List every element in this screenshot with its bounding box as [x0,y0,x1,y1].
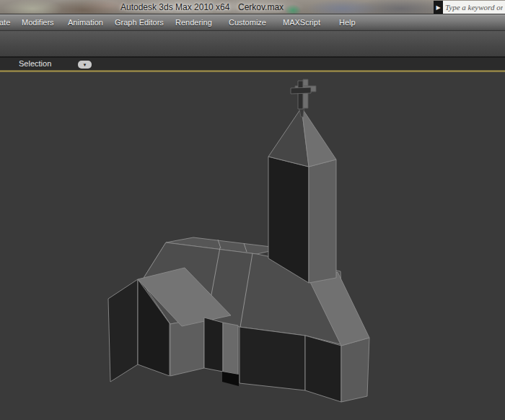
menu-item-graph-editors[interactable]: Graph Editors [115,18,164,27]
infocenter-search: ▶ [434,1,505,14]
church-model [0,72,505,420]
menu-item-animation[interactable]: Animation [68,18,103,27]
menu-item-help[interactable]: Help [339,18,356,27]
document-name: Cerkov.max [238,2,284,12]
rwing-east-wall [341,338,369,402]
porch-wall [223,323,238,375]
nave-front-wall [204,318,223,372]
menu-item-customize[interactable]: Customize [229,18,266,27]
menu-item-modifiers[interactable]: Modifiers [22,18,54,27]
window-title: Autodesk 3ds Max 2010 x64 [120,2,229,12]
menu-item-rendering[interactable]: Rendering [175,18,212,27]
ribbon-bar: Selection ▼ [0,57,505,70]
rwing-front-wall [305,336,341,402]
search-input[interactable] [443,1,505,14]
crossing-front-wall [240,327,305,390]
tower-east-wall [309,159,336,283]
cross-front-vertical [298,81,303,109]
chevron-down-icon: ▼ [83,63,87,67]
cross-front-horizontal [291,87,311,94]
main-toolbar: View ▼ [0,31,505,57]
title-bar: Autodesk 3ds Max 2010 x64 Cerkov.max ▶ [0,0,505,14]
search-arrow-button[interactable]: ▶ [434,1,443,14]
wing-right-wall [170,318,204,376]
menu-bar: ate Modifiers Animation Graph Editors Re… [0,14,505,31]
ribbon-collapse-button[interactable]: ▼ [78,61,92,69]
ribbon-tab-selection[interactable]: Selection [19,59,51,68]
search-arrow-icon: ▶ [436,4,440,11]
wing-left-wall [108,279,138,382]
viewport[interactable] [0,72,505,420]
menu-item-maxscript[interactable]: MAXScript [283,18,320,27]
menu-item-create-partial[interactable]: ate [0,18,10,27]
application-window: Autodesk 3ds Max 2010 x64 Cerkov.max ▶ a… [0,0,505,420]
cross-back-vertical [303,79,308,108]
